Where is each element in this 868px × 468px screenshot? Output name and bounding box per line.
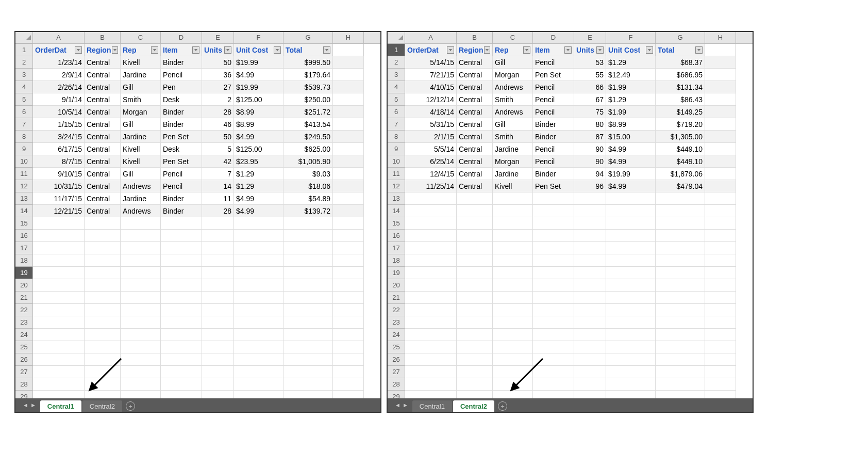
cell-G28[interactable] — [656, 378, 705, 391]
cell-F8[interactable]: $4.99 — [234, 131, 283, 143]
sheet-tab-central2[interactable]: Central2 — [453, 400, 494, 412]
cell-G10[interactable]: $1,005.90 — [283, 155, 333, 168]
column-header-D[interactable]: D — [161, 32, 202, 43]
cell-E18[interactable] — [574, 254, 606, 267]
column-header-H[interactable]: H — [705, 32, 736, 43]
cell-G21[interactable] — [656, 292, 705, 304]
cell-H4[interactable] — [705, 81, 736, 93]
cell-G17[interactable] — [283, 242, 333, 254]
filter-dropdown-icon[interactable] — [75, 46, 82, 54]
cell-H22[interactable] — [705, 304, 736, 316]
row-header-1[interactable]: 1 — [15, 44, 33, 56]
cell-B29[interactable] — [457, 391, 493, 398]
cell-D18[interactable] — [161, 254, 202, 267]
cell-A18[interactable] — [33, 254, 85, 267]
cell-E25[interactable] — [202, 341, 234, 353]
add-sheet-button[interactable]: + — [495, 400, 510, 412]
cell-A27[interactable] — [405, 366, 457, 378]
cell-D28[interactable] — [533, 378, 574, 391]
cell-D18[interactable] — [533, 254, 574, 267]
cell-C27[interactable] — [121, 366, 161, 378]
cell-A7[interactable]: 5/31/15 — [405, 118, 457, 131]
cell-D24[interactable] — [161, 329, 202, 341]
cell-D28[interactable] — [161, 378, 202, 391]
cell-D27[interactable] — [533, 366, 574, 378]
cell-B7[interactable]: Central — [85, 118, 121, 131]
cell-F4[interactable]: $1.99 — [606, 81, 656, 93]
cell-D3[interactable]: Pencil — [161, 69, 202, 81]
cell-G8[interactable]: $249.50 — [283, 131, 333, 143]
cell-E17[interactable] — [202, 242, 234, 254]
cell-H2[interactable] — [705, 56, 736, 69]
cell-A16[interactable] — [33, 230, 85, 242]
cell-H19[interactable] — [705, 267, 736, 279]
row-header-18[interactable]: 18 — [388, 254, 405, 267]
filter-dropdown-icon[interactable] — [224, 46, 231, 54]
cell-D14[interactable] — [533, 205, 574, 217]
cell-H23[interactable] — [333, 316, 364, 329]
cell-E21[interactable] — [202, 292, 234, 304]
cell-F23[interactable] — [234, 316, 283, 329]
cell-G26[interactable] — [283, 353, 333, 366]
cell-A22[interactable] — [405, 304, 457, 316]
cell-D5[interactable]: Desk — [161, 93, 202, 106]
cell-A24[interactable] — [33, 329, 85, 341]
cell-C16[interactable] — [121, 230, 161, 242]
cell-H28[interactable] — [333, 378, 364, 391]
cell[interactable] — [333, 44, 364, 56]
cell-E25[interactable] — [574, 341, 606, 353]
cell-B8[interactable]: Central — [85, 131, 121, 143]
cell-H3[interactable] — [333, 69, 364, 81]
cell-A12[interactable]: 11/25/14 — [405, 180, 457, 192]
cell-E12[interactable]: 96 — [574, 180, 606, 192]
cell-A6[interactable]: 4/18/14 — [405, 106, 457, 118]
cell-H28[interactable] — [705, 378, 736, 391]
cell-A14[interactable]: 12/21/15 — [33, 205, 85, 217]
cell-E20[interactable] — [574, 279, 606, 292]
cell-B26[interactable] — [85, 353, 121, 366]
row-header-10[interactable]: 10 — [15, 155, 33, 168]
row-header-24[interactable]: 24 — [388, 329, 405, 341]
cell-G14[interactable]: $139.72 — [283, 205, 333, 217]
cell-F24[interactable] — [234, 329, 283, 341]
cell-G17[interactable] — [656, 242, 705, 254]
cell-E9[interactable]: 90 — [574, 143, 606, 155]
cell-D4[interactable]: Pen — [161, 81, 202, 93]
row-header-11[interactable]: 11 — [388, 168, 405, 180]
cell-B11[interactable]: Central — [85, 168, 121, 180]
filter-dropdown-icon[interactable] — [646, 46, 653, 54]
cell-A15[interactable] — [405, 217, 457, 230]
cell-B24[interactable] — [457, 329, 493, 341]
header-cell-total[interactable]: Total — [656, 44, 705, 56]
cell-G26[interactable] — [656, 353, 705, 366]
cell-C16[interactable] — [493, 230, 533, 242]
cell-E12[interactable]: 14 — [202, 180, 234, 192]
cell-G22[interactable] — [283, 304, 333, 316]
row-header-7[interactable]: 7 — [15, 118, 33, 131]
cell-H6[interactable] — [705, 106, 736, 118]
cell-A14[interactable] — [405, 205, 457, 217]
cell-F4[interactable]: $19.99 — [234, 81, 283, 93]
cell-C2[interactable]: Kivell — [121, 56, 161, 69]
cell-E10[interactable]: 90 — [574, 155, 606, 168]
row-header-29[interactable]: 29 — [388, 391, 405, 398]
cell-B8[interactable]: Central — [457, 131, 493, 143]
cell-H17[interactable] — [333, 242, 364, 254]
row-header-28[interactable]: 28 — [15, 378, 33, 391]
cell-F29[interactable] — [234, 391, 283, 398]
cell-A29[interactable] — [33, 391, 85, 398]
row-header-14[interactable]: 14 — [15, 205, 33, 217]
cell-H12[interactable] — [705, 180, 736, 192]
cell-F19[interactable] — [606, 267, 656, 279]
cell-H16[interactable] — [333, 230, 364, 242]
cell-F6[interactable]: $8.99 — [234, 106, 283, 118]
cell-F10[interactable]: $23.95 — [234, 155, 283, 168]
cell-F13[interactable]: $4.99 — [234, 192, 283, 205]
cell-E10[interactable]: 42 — [202, 155, 234, 168]
cell-H6[interactable] — [333, 106, 364, 118]
cell-A12[interactable]: 10/31/15 — [33, 180, 85, 192]
cell-E5[interactable]: 2 — [202, 93, 234, 106]
cell-F5[interactable]: $125.00 — [234, 93, 283, 106]
column-header-C[interactable]: C — [121, 32, 161, 43]
cell-F12[interactable]: $1.29 — [234, 180, 283, 192]
